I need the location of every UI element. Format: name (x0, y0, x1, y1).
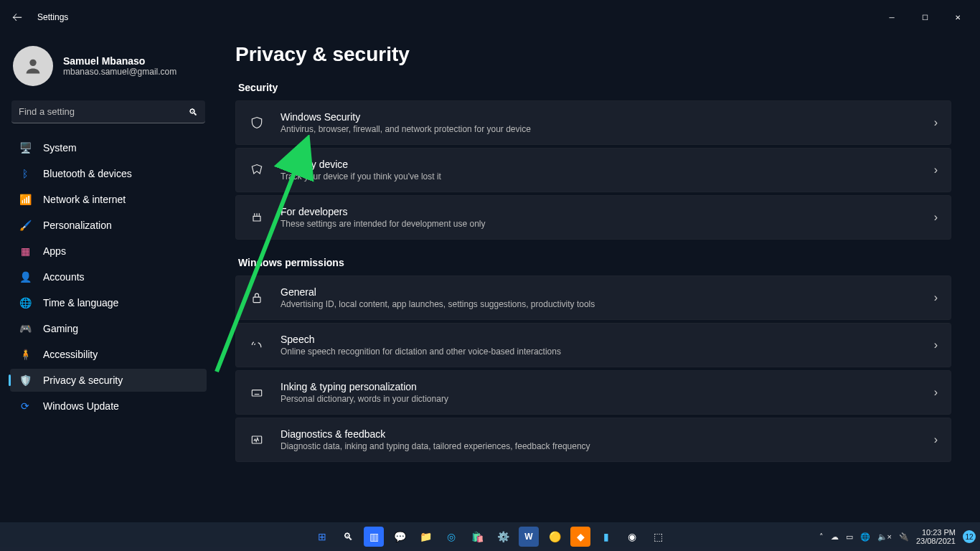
taskbar-steam[interactable]: ◉ (622, 527, 642, 547)
sidebar-item-apps[interactable]: ▦Apps (10, 240, 207, 263)
card-sub: Advertising ID, local content, app launc… (281, 299, 918, 309)
taskbar-chrome[interactable]: 🟡 (545, 527, 565, 547)
nav-label: Gaming (43, 323, 78, 334)
taskbar-chat[interactable]: 💬 (390, 527, 410, 547)
profile-email: mbanaso.samuel@gmail.com (63, 67, 176, 77)
sidebar-item-privacy[interactable]: 🛡️Privacy & security (10, 369, 207, 392)
search-input[interactable] (11, 100, 205, 123)
sidebar-item-accessibility[interactable]: 🧍Accessibility (10, 343, 207, 366)
card-sub: Personal dictionary, words in your dicti… (281, 394, 918, 404)
card-general[interactable]: GeneralAdvertising ID, local content, ap… (235, 276, 951, 320)
card-find-my-device[interactable]: Find my deviceTrack your device if you t… (235, 148, 951, 192)
card-sub: Track your device if you think you've lo… (281, 171, 918, 182)
taskbar-taskview[interactable]: ▥ (364, 527, 384, 547)
tray-date: 23/08/2021 (916, 537, 956, 545)
start-button[interactable]: ⊞ (312, 527, 332, 547)
tray-network-icon[interactable]: 🌐 (860, 532, 870, 542)
nav-label: Personalization (43, 220, 112, 231)
card-title: Inking & typing personalization (281, 381, 918, 392)
permissions-cards: GeneralAdvertising ID, local content, ap… (235, 276, 951, 462)
taskbar-app-gray[interactable]: ⬚ (648, 527, 668, 547)
keyboard-icon (249, 385, 265, 400)
section-heading-security: Security (238, 82, 951, 93)
main-content: Privacy & security Security Windows Secu… (215, 34, 980, 522)
card-for-developers[interactable]: For developersThese settings are intende… (235, 195, 951, 240)
taskbar-settings[interactable]: ⚙️ (493, 527, 513, 547)
close-button[interactable]: ✕ (941, 6, 974, 29)
sidebar-item-gaming[interactable]: 🎮Gaming (10, 317, 207, 340)
card-title: Speech (281, 334, 918, 345)
tray-clock[interactable]: 10:23 PM 23/08/2021 (916, 528, 956, 545)
minimize-button[interactable]: ─ (875, 6, 908, 29)
sidebar: Samuel Mbanaso mbanaso.samuel@gmail.com … (0, 34, 215, 522)
card-sub: Diagnostic data, inking and typing data,… (281, 441, 918, 451)
chevron-right-icon: › (934, 433, 938, 446)
card-sub: These settings are intended for developm… (281, 219, 918, 229)
sidebar-nav: 🖥️System ᛒBluetooth & devices 📶Network &… (10, 135, 207, 419)
chevron-right-icon: › (934, 291, 938, 304)
sidebar-item-accounts[interactable]: 👤Accounts (10, 265, 207, 288)
card-title: General (281, 286, 918, 298)
card-title: Windows Security (281, 111, 918, 123)
nav-label: Time & language (43, 297, 118, 309)
card-inking[interactable]: Inking & typing personalizationPersonal … (235, 370, 951, 415)
taskbar-icons: ⊞ 🔍︎ ▥ 💬 📁 ◎ 🛍️ ⚙️ W 🟡 ◆ ▮ ◉ ⬚ (312, 527, 668, 547)
wifi-icon: 📶 (19, 194, 32, 205)
nav-label: Network & internet (43, 194, 126, 205)
page-title: Privacy & security (235, 43, 951, 66)
chevron-right-icon: › (934, 116, 938, 129)
location-icon (249, 162, 265, 178)
update-icon: ⟳ (19, 400, 32, 412)
back-button[interactable]: 🡠 (6, 6, 29, 29)
taskbar-word[interactable]: W (519, 527, 539, 547)
taskbar-app-blue[interactable]: ▮ (596, 527, 616, 547)
nav-label: Apps (43, 245, 66, 257)
nav-label: Privacy & security (43, 375, 123, 386)
avatar (13, 46, 53, 86)
nav-label: Bluetooth & devices (43, 168, 132, 179)
tray-onedrive-icon[interactable]: ☁ (831, 532, 839, 542)
taskbar: ⊞ 🔍︎ ▥ 💬 📁 ◎ 🛍️ ⚙️ W 🟡 ◆ ▮ ◉ ⬚ ˄ ☁ ▭ 🌐 🔈… (0, 522, 980, 551)
nav-label: Windows Update (43, 400, 119, 412)
tray-volume-icon[interactable]: 🔈× (877, 532, 892, 542)
person-icon: 👤 (19, 271, 32, 283)
svg-rect-2 (252, 390, 261, 396)
sidebar-item-network[interactable]: 📶Network & internet (10, 188, 207, 211)
taskbar-app-orange[interactable]: ◆ (570, 527, 590, 547)
card-diagnostics[interactable]: Diagnostics & feedbackDiagnostic data, i… (235, 418, 951, 462)
sidebar-item-system[interactable]: 🖥️System (10, 136, 207, 159)
sidebar-item-time[interactable]: 🌐Time & language (10, 291, 207, 314)
card-title: Diagnostics & feedback (281, 428, 918, 440)
clock-icon: 🌐 (19, 297, 32, 309)
sidebar-item-update[interactable]: ⟳Windows Update (10, 395, 207, 418)
taskbar-explorer[interactable]: 📁 (415, 527, 435, 547)
card-windows-security[interactable]: Windows SecurityAntivirus, browser, fire… (235, 100, 951, 145)
shield-outline-icon (249, 115, 265, 131)
maximize-button[interactable]: ☐ (908, 6, 941, 29)
gamepad-icon: 🎮 (19, 323, 32, 334)
tray-chevron-icon[interactable]: ˄ (819, 532, 824, 542)
svg-rect-1 (253, 297, 260, 303)
tray-time: 10:23 PM (916, 528, 956, 537)
security-cards: Windows SecurityAntivirus, browser, fire… (235, 100, 951, 240)
card-speech[interactable]: SpeechOnline speech recognition for dict… (235, 323, 951, 367)
taskbar-edge[interactable]: ◎ (441, 527, 461, 547)
diagnostics-icon (249, 432, 265, 448)
code-icon (249, 209, 265, 225)
bluetooth-icon: ᛒ (19, 168, 32, 179)
card-title: For developers (281, 206, 918, 217)
chevron-right-icon: › (934, 211, 938, 224)
profile[interactable]: Samuel Mbanaso mbanaso.samuel@gmail.com (10, 40, 207, 99)
tray-power-icon[interactable]: 🔌 (899, 532, 909, 542)
taskbar-search[interactable]: 🔍︎ (338, 527, 358, 547)
notification-badge[interactable]: 12 (963, 530, 976, 543)
chevron-right-icon: › (934, 339, 938, 352)
system-tray: ˄ ☁ ▭ 🌐 🔈× 🔌 10:23 PM 23/08/2021 12 (819, 528, 976, 545)
tray-battery-icon[interactable]: ▭ (846, 532, 853, 542)
sidebar-item-bluetooth[interactable]: ᛒBluetooth & devices (10, 162, 207, 185)
chevron-right-icon: › (934, 386, 938, 399)
brush-icon: 🖌️ (19, 220, 32, 231)
sidebar-item-personalization[interactable]: 🖌️Personalization (10, 214, 207, 237)
taskbar-store[interactable]: 🛍️ (467, 527, 487, 547)
window-title: Settings (37, 12, 68, 22)
